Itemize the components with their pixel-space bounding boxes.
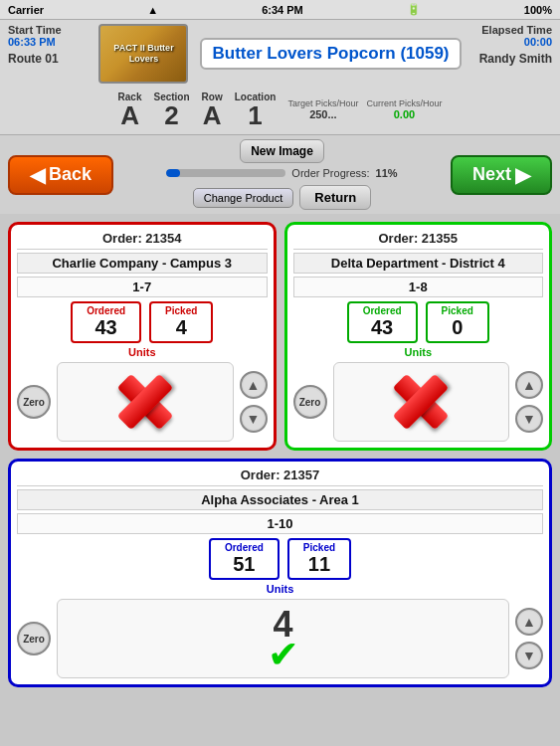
picked-label-blue: Picked: [303, 542, 335, 553]
ordered-box-blue: Ordered 51: [209, 538, 280, 580]
red-x-icon: [115, 372, 175, 432]
row-cell: Row A: [202, 92, 223, 128]
order-progress-value: 11%: [376, 167, 398, 179]
action-row-red: Zero ▲ ▼: [17, 362, 268, 442]
target-picks-label: Target Picks/Hour: [287, 99, 358, 109]
ordered-value-blue: 51: [225, 553, 264, 576]
back-button[interactable]: ◀ Back: [8, 155, 113, 195]
header-left-info: Start Time 06:33 PM Route 01: [8, 24, 97, 66]
card-image-green: [333, 362, 510, 442]
up-button-red[interactable]: ▲: [240, 371, 268, 399]
row-value: A: [202, 102, 223, 128]
status-time: 6:34 PM: [262, 4, 303, 16]
order-card-red: Order: 21354 Charlie Company - Campus 3 …: [8, 222, 277, 451]
zero-button-green[interactable]: Zero: [293, 385, 327, 419]
picked-value-green: 0: [442, 316, 473, 339]
red-x-icon-green: [391, 372, 451, 432]
order-blue-counts: Ordered 51 Picked 11: [17, 538, 543, 580]
down-button-red[interactable]: ▼: [240, 405, 268, 433]
picked-label-red: Picked: [165, 305, 197, 316]
order-blue-slot: 1-10: [17, 513, 543, 534]
units-label-green: Units: [293, 346, 544, 358]
center-nav: New Image Order Progress: 11% Change Pro…: [166, 139, 397, 210]
ordered-box-red: Ordered 43: [71, 301, 141, 343]
picked-box-green: Picked 0: [426, 301, 489, 343]
order-green-slot: 1-8: [293, 277, 544, 297]
check-number: 4: [273, 604, 292, 646]
next-arrow-icon: ▶: [515, 163, 530, 187]
back-label: Back: [49, 164, 92, 185]
order-red-title: Order: 21354: [17, 231, 268, 250]
carrier-label: Carrier: [8, 4, 44, 16]
location-value: 1: [235, 102, 277, 128]
order-red-counts: Ordered 43 Picked 4: [17, 301, 268, 343]
battery-icon: 🔋: [407, 3, 421, 16]
rack-row: Rack A Section 2 Row A Location 1 T: [118, 92, 443, 128]
order-progress-label: Order Progress:: [291, 167, 369, 179]
next-button[interactable]: Next ▶: [451, 155, 552, 195]
product-image: PACT II Butter Lovers: [98, 24, 188, 84]
action-row-blue: Zero 4 ✔ ▲ ▼: [17, 599, 543, 678]
picked-box-blue: Picked 11: [287, 538, 351, 580]
picked-value-red: 4: [165, 316, 197, 339]
order-green-company: Delta Department - District 4: [293, 253, 544, 274]
top-header: Start Time 06:33 PM Route 01 PACT II But…: [0, 20, 560, 135]
return-button[interactable]: Return: [299, 185, 371, 210]
target-picks-value: 250...: [287, 108, 358, 120]
order-green-title: Order: 21355: [293, 231, 544, 250]
up-down-red: ▲ ▼: [240, 371, 268, 433]
ordered-label-green: Ordered: [363, 305, 402, 316]
order-card-green: Order: 21355 Delta Department - District…: [284, 222, 553, 451]
rack-cell: Rack A: [118, 92, 142, 128]
location-cell: Location 1: [235, 92, 277, 128]
wifi-icon: ▲: [147, 4, 158, 16]
down-button-green[interactable]: ▼: [515, 405, 543, 433]
ordered-label-red: Ordered: [87, 305, 125, 316]
section-cell: Section 2: [153, 92, 189, 128]
start-time-value: 06:33 PM: [8, 36, 56, 48]
cards-grid: Order: 21354 Charlie Company - Campus 3 …: [0, 214, 560, 695]
down-button-blue[interactable]: ▼: [515, 642, 543, 669]
up-down-green: ▲ ▼: [515, 371, 543, 433]
units-label-blue: Units: [17, 583, 543, 595]
nav-row: ◀ Back New Image Order Progress: 11% Cha…: [0, 135, 560, 214]
start-time-label: Start Time: [8, 24, 62, 36]
order-card-blue: Order: 21357 Alpha Associates - Area 1 1…: [8, 459, 552, 687]
status-bar: Carrier ▲ 6:34 PM 🔋 100%: [0, 0, 560, 20]
elapsed-time-value: 00:00: [524, 36, 552, 48]
current-picks-label: Current Picks/Hour: [366, 99, 442, 109]
ordered-box-green: Ordered 43: [347, 301, 418, 343]
up-down-blue: ▲ ▼: [515, 608, 543, 669]
picked-value-blue: 11: [303, 553, 335, 576]
ordered-value-red: 43: [87, 316, 125, 339]
route-value: Route 01: [8, 52, 59, 66]
action-row-green: Zero ▲ ▼: [293, 362, 544, 442]
product-title: Butter Lovers Popcorn (1059): [200, 38, 461, 70]
units-label-red: Units: [17, 346, 268, 358]
card-image-red: [57, 362, 234, 442]
up-button-green[interactable]: ▲: [515, 371, 543, 399]
rack-value: A: [118, 102, 142, 128]
new-image-button[interactable]: New Image: [240, 139, 324, 163]
picked-box-red: Picked 4: [149, 301, 213, 343]
ordered-label-blue: Ordered: [225, 542, 264, 553]
order-red-slot: 1-7: [17, 277, 268, 297]
ordered-value-green: 43: [363, 316, 402, 339]
next-label: Next: [472, 164, 511, 185]
green-check-display: 4 ✔: [249, 604, 318, 673]
header-right-info: Elapsed Time 00:00 Randy Smith: [463, 24, 552, 66]
order-red-company: Charlie Company - Campus 3: [17, 253, 268, 274]
order-green-counts: Ordered 43 Picked 0: [293, 301, 544, 343]
change-product-button[interactable]: Change Product: [193, 188, 294, 208]
picked-label-green: Picked: [442, 305, 473, 316]
progress-bar-background: [166, 169, 285, 177]
up-button-blue[interactable]: ▲: [515, 608, 543, 636]
order-blue-company: Alpha Associates - Area 1: [17, 489, 543, 510]
back-arrow-icon: ◀: [30, 163, 45, 187]
zero-button-red[interactable]: Zero: [17, 385, 51, 419]
product-image-text: PACT II Butter Lovers: [100, 43, 186, 65]
target-picks-cell: Target Picks/Hour 250...: [287, 99, 358, 121]
zero-button-blue[interactable]: Zero: [17, 622, 51, 655]
elapsed-time-label: Elapsed Time: [481, 24, 552, 36]
picks-row: Target Picks/Hour 250... Current Picks/H…: [287, 99, 442, 121]
